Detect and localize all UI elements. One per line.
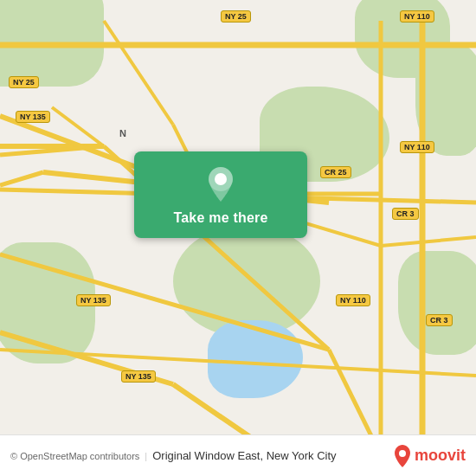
green-area-bottomright [398, 251, 476, 355]
road-label-ny25-left: NY 25 [9, 76, 39, 88]
svg-point-24 [399, 450, 406, 457]
svg-point-23 [215, 174, 226, 184]
road-label-cr3-bot: CR 3 [426, 314, 453, 326]
attribution-text: © OpenStreetMap contributors [10, 451, 139, 461]
take-me-there-button[interactable]: Take me there [173, 210, 267, 226]
bottom-bar-left: © OpenStreetMap contributors | Original … [10, 449, 337, 462]
bottom-bar: © OpenStreetMap contributors | Original … [0, 434, 476, 476]
green-area-right [415, 43, 476, 156]
take-me-there-card[interactable]: Take me there [134, 151, 307, 238]
separator: | [145, 451, 147, 461]
road-label-ny135-bot: NY 135 [76, 294, 111, 306]
road-label-ny135-left: NY 135 [16, 111, 50, 123]
road-label-ny110-tr: NY 110 [400, 10, 434, 23]
map-container: NY 25 NY 110 NY 25 NY 135 N NY 110 CR 25… [0, 0, 476, 476]
green-area-topleft [0, 0, 104, 87]
road-label-cr3: CR 3 [392, 208, 419, 220]
road-label-ny25-top: NY 25 [221, 10, 251, 23]
road-label-cr25: CR 25 [320, 166, 351, 178]
map-label-n: N [119, 128, 126, 138]
location-pin-icon [205, 165, 236, 203]
road-label-ny110-bot: NY 110 [336, 294, 370, 306]
moovit-logo: moovit [393, 445, 466, 467]
road-label-ny110-mid: NY 110 [400, 141, 434, 153]
moovit-text: moovit [415, 447, 466, 465]
location-label: Original Window East, New York City [152, 449, 336, 462]
road-label-ny135-br: NY 135 [121, 370, 156, 383]
moovit-pin-icon [393, 445, 412, 467]
